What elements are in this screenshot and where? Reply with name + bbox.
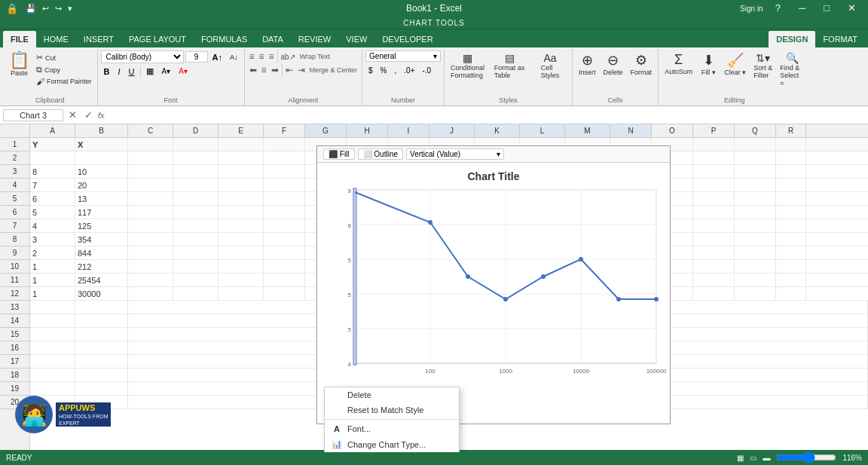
cell-E3[interactable]: [219, 165, 264, 178]
sign-in-link[interactable]: Sign in: [740, 5, 763, 13]
tab-design[interactable]: DESIGN: [769, 31, 815, 47]
align-top-right-button[interactable]: ≡: [267, 50, 276, 63]
help-button[interactable]: ?: [769, 0, 787, 17]
merge-center-button[interactable]: Merge & Center: [308, 64, 359, 76]
font-color-button[interactable]: A▾: [176, 66, 191, 77]
col-header-C[interactable]: C: [128, 124, 173, 137]
cell-D7[interactable]: [173, 219, 219, 232]
cell-F11[interactable]: [264, 274, 305, 286]
tab-home[interactable]: HOME: [36, 31, 76, 47]
col-header-N[interactable]: N: [610, 124, 652, 137]
copy-button[interactable]: ⧉ Copy: [34, 64, 94, 75]
cell-A1[interactable]: Y: [30, 138, 75, 151]
number-format-dropdown[interactable]: General ▾: [365, 50, 441, 62]
format-table-button[interactable]: ▤ Format asTable: [491, 50, 528, 81]
cell-D9[interactable]: [173, 246, 219, 259]
cell-B13[interactable]: [75, 301, 128, 314]
cell-P9[interactable]: [693, 246, 735, 259]
cell-A8[interactable]: 3: [30, 233, 75, 246]
name-box[interactable]: [3, 109, 63, 121]
tab-format[interactable]: FORMAT: [815, 31, 865, 47]
row-header-6[interactable]: 6: [0, 206, 29, 219]
cell-F1[interactable]: [264, 138, 305, 151]
format-painter-button[interactable]: 🖌 Format Painter: [34, 76, 94, 87]
cell-A19[interactable]: [30, 382, 75, 395]
row-header-12[interactable]: 12: [0, 287, 29, 301]
tab-file[interactable]: FILE: [3, 31, 36, 47]
fill-button[interactable]: ⬇ Fill ▾: [697, 50, 720, 78]
cell-R3[interactable]: [776, 165, 806, 178]
cell-C5[interactable]: [128, 192, 173, 205]
cell-C2[interactable]: [128, 151, 173, 164]
cell-A5[interactable]: 6: [30, 192, 75, 205]
cancel-formula-button[interactable]: ✕: [66, 109, 79, 121]
chart-area[interactable]: ⬛ Fill ⬜ Outline Vertical (Value) ▾ Char…: [316, 145, 671, 424]
cell-B8[interactable]: 354: [75, 233, 128, 246]
col-header-A[interactable]: A: [30, 124, 75, 137]
cell-D4[interactable]: [173, 179, 219, 191]
cell-P4[interactable]: [693, 179, 735, 191]
maximize-button[interactable]: □: [818, 0, 836, 17]
cell-F12[interactable]: [264, 287, 305, 300]
cell-E10[interactable]: [219, 260, 264, 273]
row-header-2[interactable]: 2: [0, 151, 29, 165]
align-left-button[interactable]: ⬅: [248, 64, 258, 76]
close-button[interactable]: ✕: [842, 0, 862, 17]
cell-C3[interactable]: [128, 165, 173, 178]
formula-input[interactable]: [108, 111, 865, 120]
cell-D11[interactable]: [173, 274, 219, 286]
cell-Q2[interactable]: [735, 151, 776, 164]
cell-Q11[interactable]: [735, 274, 776, 286]
cell-C10[interactable]: [128, 260, 173, 273]
cell-R11[interactable]: [776, 274, 806, 286]
cell-C12[interactable]: [128, 287, 173, 300]
cell-Q3[interactable]: [735, 165, 776, 178]
cell-C7[interactable]: [128, 219, 173, 232]
cell-F3[interactable]: [264, 165, 305, 178]
row-header-9[interactable]: 9: [0, 246, 29, 260]
cell-Q1[interactable]: [735, 138, 776, 151]
cell-B15[interactable]: [75, 328, 128, 341]
col-header-D[interactable]: D: [173, 124, 219, 137]
cell-D3[interactable]: [173, 165, 219, 178]
cell-R6[interactable]: [776, 206, 806, 219]
autosum-button[interactable]: Σ AutoSum: [662, 50, 695, 77]
save-button[interactable]: 💾: [24, 4, 38, 14]
cell-C1[interactable]: [128, 138, 173, 151]
cell-A14[interactable]: [30, 314, 75, 327]
align-top-center-button[interactable]: ≡: [258, 50, 266, 63]
cell-F5[interactable]: [264, 192, 305, 205]
increase-font-button[interactable]: A↑: [209, 51, 225, 63]
cell-A15[interactable]: [30, 328, 75, 341]
cell-R5[interactable]: [776, 192, 806, 205]
cell-D10[interactable]: [173, 260, 219, 273]
cell-A6[interactable]: 5: [30, 206, 75, 219]
cell-P6[interactable]: [693, 206, 735, 219]
cell-B14[interactable]: [75, 314, 128, 327]
cell-Q12[interactable]: [735, 287, 776, 300]
tab-data[interactable]: DATA: [255, 31, 291, 47]
font-name-select[interactable]: Calibri (Body): [101, 50, 184, 63]
cell-F2[interactable]: [264, 151, 305, 164]
axis-dropdown[interactable]: Vertical (Value) ▾: [406, 148, 504, 160]
cell-R10[interactable]: [776, 260, 806, 273]
col-header-O[interactable]: O: [652, 124, 693, 137]
bold-button[interactable]: B: [101, 66, 113, 78]
cell-F8[interactable]: [264, 233, 305, 246]
format-button[interactable]: ⚙ Format: [628, 50, 656, 78]
cell-B16[interactable]: [75, 341, 128, 354]
decrease-decimal-button[interactable]: -.0: [419, 65, 434, 76]
cell-A12[interactable]: 1: [30, 287, 75, 300]
col-header-M[interactable]: M: [565, 124, 610, 137]
row-header-5[interactable]: 5: [0, 192, 29, 206]
cell-P1[interactable]: [693, 138, 735, 151]
chart-outline-button[interactable]: ⬜ Outline: [358, 148, 403, 160]
row-header-3[interactable]: 3: [0, 165, 29, 179]
row-header-11[interactable]: 11: [0, 274, 29, 287]
comma-button[interactable]: ,: [392, 65, 400, 76]
tab-view[interactable]: VIEW: [338, 31, 374, 47]
cell-D5[interactable]: [173, 192, 219, 205]
customize-qa-button[interactable]: ▾: [66, 4, 74, 14]
cell-E8[interactable]: [219, 233, 264, 246]
cell-R12[interactable]: [776, 287, 806, 300]
